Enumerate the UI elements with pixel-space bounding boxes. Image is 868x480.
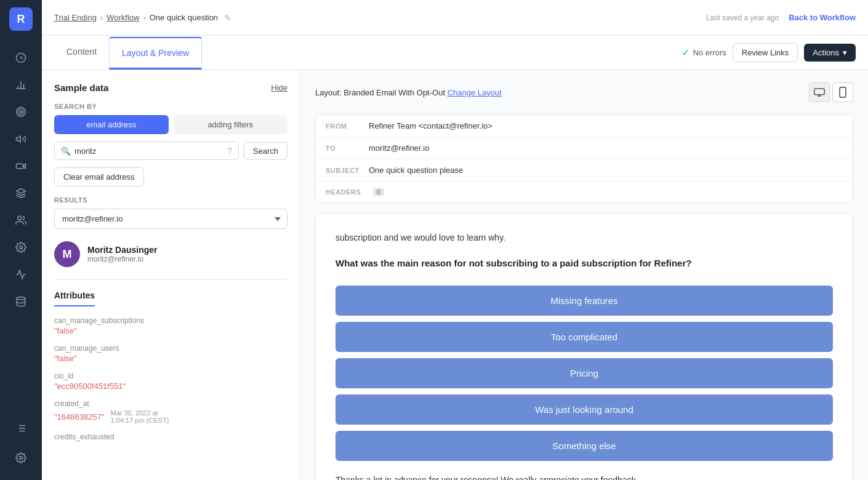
email-footer-text: Thanks a lot in advance for your respons…: [336, 473, 833, 480]
breadcrumb-sep-2: ›: [143, 13, 145, 22]
breadcrumb-sep-1: ›: [100, 13, 103, 22]
svg-rect-27: [840, 87, 846, 97]
back-to-workflow-link[interactable]: Back to Workflow: [789, 13, 856, 22]
avatar: M: [54, 241, 80, 267]
search-input[interactable]: [74, 146, 223, 156]
chart-icon[interactable]: [9, 46, 33, 70]
review-links-button[interactable]: Review Links: [733, 43, 798, 62]
edit-title-icon[interactable]: ✎: [224, 13, 231, 23]
change-layout-link[interactable]: Change Layout: [448, 88, 502, 97]
megaphone-icon[interactable]: [9, 127, 33, 151]
email-subject-row: SUBJECT One quick question please: [316, 159, 853, 182]
svg-line-2: [21, 58, 23, 59]
email-body: subscription and we would love to learn …: [315, 213, 853, 480]
survey-option-looking-around[interactable]: Was just looking around: [336, 394, 833, 425]
attr-value-inline: "1648638257" Mar 30, 2022 at1:04:17 pm (…: [54, 409, 287, 424]
no-errors-indicator: ✓ No errors: [681, 47, 726, 58]
email-intro-text: subscription and we would love to learn …: [336, 231, 833, 244]
from-value: Refiner Team <contact@refiner.io>: [369, 121, 492, 130]
svg-rect-11: [17, 164, 23, 169]
adding-filters-toggle[interactable]: adding filters: [174, 115, 288, 134]
desktop-icon[interactable]: [809, 82, 830, 102]
app-logo[interactable]: R: [9, 7, 33, 31]
help-icon[interactable]: ?: [227, 146, 232, 156]
email-address-toggle[interactable]: email address: [54, 115, 169, 134]
hide-link[interactable]: Hide: [271, 83, 287, 92]
panel-header: Sample data Hide: [54, 82, 287, 93]
subject-value: One quick question please: [369, 166, 463, 175]
attributes-title: Attributes: [54, 290, 95, 306]
tab-layout-preview[interactable]: Layout & Preview: [109, 37, 202, 70]
user-email: moritz@refiner.io: [87, 255, 158, 263]
results-dropdown[interactable]: moritz@refiner.io: [54, 209, 287, 229]
divider: [54, 279, 287, 280]
video-icon[interactable]: [9, 154, 33, 178]
clear-email-button[interactable]: Clear email address: [54, 167, 144, 186]
layout-name-value: Branded Email With Opt-Out: [344, 88, 445, 97]
left-panel: Sample data Hide SEARCH BY email address…: [42, 70, 300, 480]
main-content: Trial Ending › Workflow › One quick ques…: [42, 0, 868, 480]
last-saved-label: Last saved a year ago: [706, 14, 779, 22]
from-label: FROM: [326, 122, 369, 130]
breadcrumb-current: One quick question: [150, 13, 218, 22]
database-icon[interactable]: [9, 289, 33, 314]
tab-content[interactable]: Content: [54, 37, 109, 70]
bar-chart-icon[interactable]: [9, 73, 33, 97]
no-errors-label: No errors: [693, 48, 726, 57]
search-row: 🔍 ? Search: [54, 142, 287, 160]
attr-value: "false": [54, 354, 287, 363]
sidebar: R: [0, 0, 42, 480]
email-meta: FROM Refiner Team <contact@refiner.io> T…: [315, 114, 853, 203]
user-name: Moritz Dausinger: [87, 245, 158, 255]
svg-marker-13: [17, 189, 26, 194]
check-icon: ✓: [681, 47, 689, 58]
svg-point-23: [20, 457, 23, 460]
attr-value: "ecc90500f451f551": [54, 382, 287, 391]
attr-date: Mar 30, 2022 at1:04:17 pm (CEST): [111, 409, 169, 424]
survey-option-too-complicated[interactable]: Too complicated: [336, 322, 833, 352]
mobile-icon[interactable]: [832, 82, 853, 102]
actions-label: Actions: [813, 48, 839, 57]
pulse-icon[interactable]: [9, 262, 33, 287]
breadcrumb-trial-ending[interactable]: Trial Ending: [54, 13, 97, 22]
people-icon[interactable]: [9, 208, 33, 233]
tabbar-right: ✓ No errors Review Links Actions ▾: [681, 43, 856, 62]
survey-option-pricing[interactable]: Pricing: [336, 358, 833, 388]
subject-label: SUBJECT: [326, 167, 369, 174]
layout-bar: Layout: Branded Email With Opt-Out Chang…: [315, 82, 853, 102]
svg-point-8: [18, 110, 24, 115]
svg-point-16: [17, 297, 25, 300]
attr-can-manage-users: can_manage_users "false": [54, 344, 287, 363]
user-profile: M Moritz Dausinger moritz@refiner.io: [54, 241, 287, 267]
content-area: Sample data Hide SEARCH BY email address…: [42, 70, 868, 480]
results-label: RESULTS: [54, 196, 287, 204]
attr-created-at: created_at "1648638257" Mar 30, 2022 at1…: [54, 399, 287, 424]
search-button[interactable]: Search: [244, 142, 287, 160]
email-from-row: FROM Refiner Team <contact@refiner.io>: [316, 115, 853, 137]
actions-button[interactable]: Actions ▾: [804, 44, 856, 62]
settings-circle-icon[interactable]: [9, 235, 33, 260]
search-toggle: email address adding filters: [54, 115, 287, 134]
gear-icon[interactable]: [9, 446, 33, 470]
layout-label: Layout:: [315, 88, 342, 97]
to-value: moritz@refiner.io: [369, 143, 429, 153]
layers-icon[interactable]: [9, 181, 33, 206]
attr-key: created_at: [54, 399, 287, 408]
layout-info: Layout: Branded Email With Opt-Out Chang…: [315, 88, 502, 97]
to-label: TO: [326, 145, 369, 152]
right-panel: Layout: Branded Email With Opt-Out Chang…: [300, 70, 868, 480]
search-input-wrap: 🔍 ?: [54, 142, 239, 160]
actions-arrow-icon: ▾: [843, 48, 847, 57]
attr-key: can_manage_users: [54, 344, 287, 353]
list-icon[interactable]: [9, 416, 33, 441]
survey-option-missing-features[interactable]: Missing features: [336, 286, 833, 316]
svg-point-15: [20, 246, 23, 249]
svg-point-14: [18, 216, 22, 220]
tabs: Content Layout & Preview: [54, 37, 202, 69]
target-icon[interactable]: [9, 100, 33, 124]
headers-label: HEADERS: [326, 188, 369, 196]
tabbar: Content Layout & Preview ✓ No errors Rev…: [42, 36, 868, 70]
survey-option-something-else[interactable]: Something else: [336, 431, 833, 461]
breadcrumb-workflow[interactable]: Workflow: [106, 13, 139, 22]
topbar-right: Last saved a year ago Back to Workflow: [706, 13, 856, 22]
